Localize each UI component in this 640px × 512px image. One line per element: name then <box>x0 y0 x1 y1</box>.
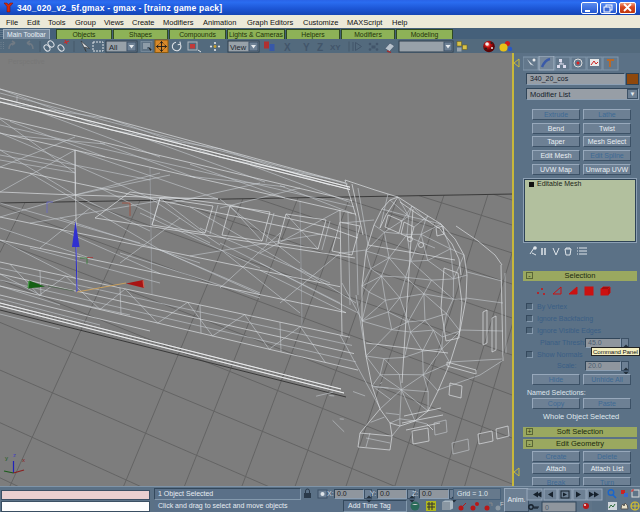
svg-text:z: z <box>13 452 16 458</box>
svg-text:F: F <box>500 501 504 507</box>
svg-text:Y: Y <box>303 42 310 53</box>
svg-text:0: 0 <box>545 504 549 511</box>
svg-text:All: All <box>109 43 118 52</box>
svg-text:X: X <box>284 42 291 53</box>
svg-text:Perspective: Perspective <box>8 58 45 66</box>
svg-text:View: View <box>230 43 247 52</box>
svg-text:Z: Z <box>317 42 323 53</box>
svg-text:x: x <box>22 457 25 463</box>
svg-text:XY: XY <box>330 43 341 52</box>
svg-text:y: y <box>5 455 8 461</box>
